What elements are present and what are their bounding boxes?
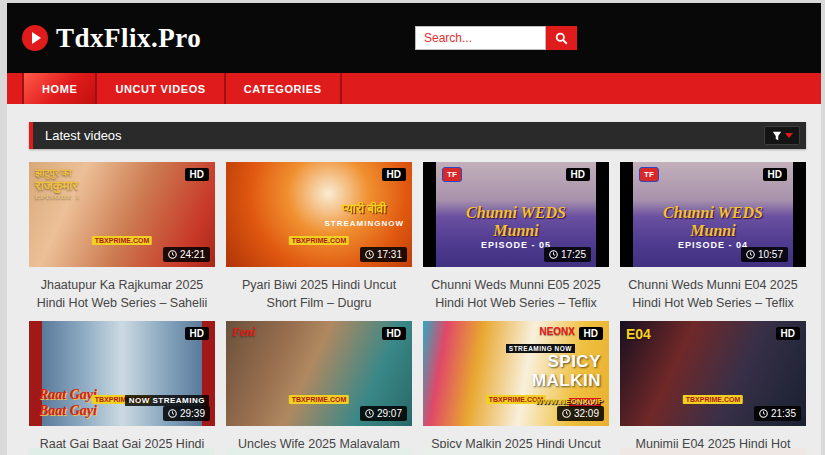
overlay-line: STREAMINGNOW [324,220,404,229]
hd-badge: HD [579,327,603,340]
duration-badge: 32:09 [557,406,604,421]
video-thumbnail[interactable]: HD E04 TBXPRIME.COM 21:35 [620,321,806,426]
overlay-line: TF [447,170,457,179]
overlay-line: SPICY [532,353,601,372]
thumbnail-topleft-text: TF [442,167,462,182]
thumbnail-main-text: Raat Gayi Baat Gayi [39,387,97,418]
duration-badge: 24:21 [163,247,210,262]
next-thumb-peek [423,448,609,455]
video-card[interactable]: HD झाटुपुर का राजकुमार EPISODE 1 TBXPRIM… [29,162,215,312]
overlay-line: Munni [436,222,596,240]
search-bar [415,26,577,50]
overlay-line: EPISODE 1 [35,193,80,201]
video-thumbnail[interactable]: HD NEONX STREAMING NOW SPICY MALKIN UNCU… [423,321,609,426]
next-thumb-peek [226,448,412,455]
video-card[interactable]: HD Raat Gayi Baat Gayi TBXPRIME.COM NOW … [29,321,215,455]
duration-text: 32:09 [574,408,599,419]
nav-item-uncut-videos[interactable]: UNCUT VIDEOS [97,73,225,104]
overlay-line: TF [644,170,654,179]
site-logo[interactable]: TdxFlix.Pro [22,23,201,54]
thumbnail-main-text: प्यारी बीवी STREAMINGNOW [324,202,404,229]
thumbnail-topleft-text: झाटुपुर का राजकुमार EPISODE 1 [35,167,80,201]
clock-icon [562,409,571,418]
thumbnail-topright-text: NEONX STREAMING NOW [506,326,575,355]
section-title: Latest videos [45,128,122,143]
duration-text: 29:39 [180,408,205,419]
video-thumbnail[interactable]: HD TF Chunni WEDS Munni EPISODE - 05 [423,162,609,267]
video-card[interactable]: HD Feni TBXPRIME.COM 29:07 [226,321,412,455]
overlay-line: Chunni WEDS [436,204,596,222]
overlay-line: झाटुपुर का [35,167,80,179]
video-title[interactable]: Jhaatupur Ka Rajkumar 2025 Hindi Hot Web… [29,276,215,312]
video-card[interactable]: HD NEONX STREAMING NOW SPICY MALKIN UNCU… [423,321,609,455]
overlay-line: Feni [232,326,255,340]
nav-item-home[interactable]: HOME [22,73,97,104]
video-title[interactable]: Pyari Biwi 2025 Hindi Uncut Short Film –… [226,276,412,312]
search-input[interactable] [415,26,546,50]
duration-badge: 21:35 [754,406,801,421]
watermark-text: TBXPRIME.COM [92,236,152,245]
overlay-line: E04 [626,326,651,342]
overlay-line: MALKIN [532,372,601,391]
video-title[interactable]: Chunni Weds Munni E05 2025 Hindi Hot Web… [423,276,609,312]
search-icon [555,32,568,45]
next-thumb-peek [29,448,215,455]
thumbnail-main-text: Chunni WEDS Munni EPISODE - 04 [633,204,793,251]
duration-text: 17:25 [561,249,586,260]
overlay-line: प्यारी बीवी [324,202,404,216]
thumbnail-topleft-text: Feni [232,326,255,340]
video-thumbnail[interactable]: HD प्यारी बीवी STREAMINGNOW TBXPRIME.COM [226,162,412,267]
clock-icon [746,250,755,259]
video-thumbnail[interactable]: HD Raat Gayi Baat Gayi TBXPRIME.COM NOW … [29,321,215,426]
video-card[interactable]: HD प्यारी बीवी STREAMINGNOW TBXPRIME.COM [226,162,412,312]
overlay-line: Munni [633,222,793,240]
video-grid: HD झाटुपुर का राजकुमार EPISODE 1 TBXPRIM… [29,162,806,455]
video-thumbnail[interactable]: HD Feni TBXPRIME.COM 29:07 [226,321,412,426]
clock-icon [759,409,768,418]
latest-videos-bar: Latest videos [29,122,806,149]
video-card[interactable]: HD TF Chunni WEDS Munni EPISODE - 04 [620,162,806,312]
duration-text: 24:21 [180,249,205,260]
thumbnail-note-text: NOW STREAMING [125,395,209,406]
clock-icon [365,409,374,418]
chevron-down-icon [785,133,793,138]
overlay-line: राजकुमार [35,179,80,194]
clock-icon [168,250,177,259]
hd-badge: HD [185,168,209,181]
next-row-peek [29,448,806,455]
hd-badge: HD [382,168,406,181]
thumbnail-note-text: WWW.NEONX.VIP [535,397,603,406]
duration-badge: 17:31 [360,247,407,262]
video-thumbnail[interactable]: HD TF Chunni WEDS Munni EPISODE - 04 [620,162,806,267]
filter-button[interactable] [764,126,800,145]
site-header: TdxFlix.Pro [7,3,821,73]
hd-badge: HD [185,327,209,340]
video-thumbnail[interactable]: HD झाटुपुर का राजकुमार EPISODE 1 TBXPRIM… [29,162,215,267]
duration-badge: 10:57 [741,247,788,262]
duration-text: 17:31 [377,249,402,260]
clock-icon [365,250,374,259]
overlay-line: Baat Gayi [39,403,97,418]
duration-badge: 29:39 [163,406,210,421]
main-nav: HOME UNCUT VIDEOS CATEGORIES [7,73,821,104]
thumbnail-main-text: Chunni WEDS Munni EPISODE - 05 [436,204,596,251]
duration-text: 10:57 [758,249,783,260]
overlay-line: Chunni WEDS [633,204,793,222]
nav-item-categories[interactable]: CATEGORIES [226,73,342,104]
duration-text: 29:07 [377,408,402,419]
overlay-line: Raat Gayi [39,387,97,402]
thumbnail-topleft-text: E04 [626,326,651,342]
page: TdxFlix.Pro HOME UNCUT VIDEOS CATEGORIES… [7,3,821,455]
watermark-text: TBXPRIME.COM [289,236,349,245]
watermark-text: TBXPRIME.COM [683,395,743,404]
next-thumb-peek [620,448,806,455]
thumbnail-topleft-text: TF [639,167,659,182]
video-card[interactable]: HD TF Chunni WEDS Munni EPISODE - 05 [423,162,609,312]
search-button[interactable] [546,26,577,50]
video-card[interactable]: HD E04 TBXPRIME.COM 21:35 [620,321,806,455]
hd-badge: HD [776,327,800,340]
clock-icon [168,409,177,418]
hd-badge: HD [566,168,590,181]
video-title[interactable]: Chunni Weds Munni E04 2025 Hindi Hot Web… [620,276,806,312]
watermark-text: TBXPRIME.COM [289,395,349,404]
